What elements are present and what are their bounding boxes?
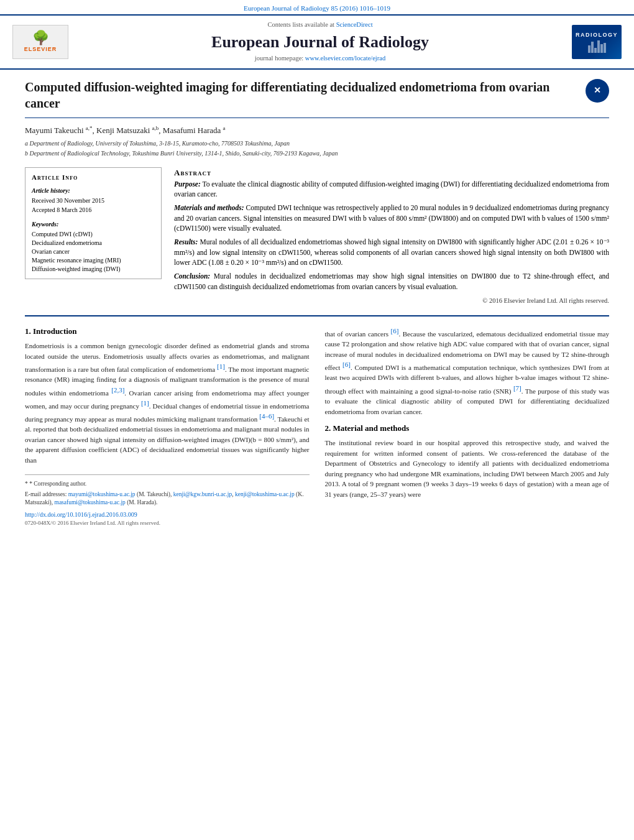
radiology-badge: RADIOLOGY <box>572 25 622 59</box>
page-wrapper: European Journal of Radiology 85 (2016) … <box>0 0 634 537</box>
corresponding-label: * Corresponding author. <box>29 481 86 487</box>
section2-heading: 2. Material and methods <box>325 423 610 434</box>
email2-comma: , <box>232 491 233 497</box>
article-info-box: Article Info Article history: Received 3… <box>25 167 162 279</box>
elsevier-logo-area: 🌳 ELSEVIER <box>6 25 75 59</box>
journal-center-info: Contents lists available at ScienceDirec… <box>75 21 566 63</box>
doi-line: http://dx.doi.org/10.1016/j.ejrad.2016.0… <box>25 510 310 519</box>
purpose-text: To evaluate the clinical diagnostic abil… <box>174 180 609 198</box>
results-label: Results: <box>174 238 198 246</box>
section1-number: 1. <box>25 326 31 336</box>
license-line: 0720-048X/© 2016 Elsevier Ireland Ltd. A… <box>25 519 310 527</box>
body-left-column: 1. Introduction Endometriosis is a commo… <box>25 326 310 527</box>
conclusion-label: Conclusion: <box>174 272 210 280</box>
badge-bar-3 <box>594 48 597 53</box>
radiology-badge-area: RADIOLOGY <box>566 25 628 59</box>
received-text: Received 30 November 2015 <box>32 197 104 204</box>
keyword-5: Diffusion-weighted imaging (DWI) <box>32 265 155 274</box>
section-divider <box>25 315 609 316</box>
history-label: Article history: <box>32 187 155 195</box>
journal-homepage-line: journal homepage: www.elsevier.com/locat… <box>81 54 559 63</box>
abstract-results: Results: Mural nodules of all decidualiz… <box>174 237 609 268</box>
section1-para1: Endometriosis is a common benign gynecol… <box>25 341 310 465</box>
elsevier-tree-icon: 🌳 <box>32 31 49 45</box>
abstract-purpose: Purpose: To evaluate the clinical diagno… <box>174 179 609 200</box>
homepage-url[interactable]: www.elsevier.com/locate/ejrad <box>305 55 385 62</box>
email3-link[interactable]: kenji@tokushima-u.ac.jp <box>235 491 295 497</box>
radiology-badge-title: RADIOLOGY <box>576 31 618 39</box>
badge-graph <box>588 40 606 53</box>
elsevier-logo: 🌳 ELSEVIER <box>12 25 68 59</box>
article-title: Computed diffusion-weighted imaging for … <box>25 79 576 111</box>
crossmark-icon: ✕ <box>594 85 601 97</box>
affiliation-a: a Department of Radiology, University of… <box>25 139 609 148</box>
journal-title: European Journal of Radiology <box>81 32 559 52</box>
affiliation-b: b Department of Radiological Technology,… <box>25 149 609 158</box>
article-content: Computed diffusion-weighted imaging for … <box>0 70 634 537</box>
keyword-2: Decidualized endometrioma <box>32 239 155 247</box>
email1-link[interactable]: mayumi@tokushima-u.ac.jp <box>68 491 136 497</box>
keywords-section: Keywords: Computed DWI (cDWI) Decidualiz… <box>32 220 155 274</box>
badge-bar-6 <box>604 43 606 53</box>
results-text: Mural nodules of all decidualized endome… <box>174 238 609 266</box>
badge-bar-1 <box>588 45 590 53</box>
authors-text: Mayumi Takeuchi a,*, Kenji Matsuzaki a,b… <box>25 126 226 135</box>
body-two-columns: 1. Introduction Endometriosis is a commo… <box>25 326 609 527</box>
doi-link[interactable]: http://dx.doi.org/10.1016/j.ejrad.2016.0… <box>25 511 137 518</box>
body-right-column: that of ovarian cancers [6]. Because the… <box>325 326 610 527</box>
sciencedirect-link[interactable]: ScienceDirect <box>336 21 373 28</box>
purpose-label: Purpose: <box>174 180 201 188</box>
section2-title: Material and methods <box>333 423 410 433</box>
copyright-line: © 2016 Elsevier Ireland Ltd. All rights … <box>174 297 609 306</box>
section1-para2: that of ovarian cancers [6]. Because the… <box>325 326 610 417</box>
journal-citation-text: European Journal of Radiology 85 (2016) … <box>244 4 390 12</box>
keyword-3: Ovarian cancer <box>32 247 155 256</box>
section1-heading: 1. Introduction <box>25 326 310 337</box>
contents-label: Contents lists available at <box>267 21 334 28</box>
section2-para1: The institutional review board in our ho… <box>325 438 610 499</box>
badge-bar-2 <box>591 42 594 53</box>
email4-name: (M. Harada). <box>127 499 157 505</box>
crossmark-badge: ✕ <box>586 79 609 103</box>
article-info-heading: Article Info <box>32 173 78 181</box>
journal-header-bar: 🌳 ELSEVIER Contents lists available at S… <box>0 14 634 70</box>
keyword-4: Magnetic resonance imaging (MRI) <box>32 256 155 265</box>
journal-citation: European Journal of Radiology 85 (2016) … <box>0 0 634 14</box>
abstract-conclusion: Conclusion: Mural nodules in decidualize… <box>174 271 609 292</box>
abstract-heading: Abstract <box>174 168 211 177</box>
authors-line: Mayumi Takeuchi a,*, Kenji Matsuzaki a,b… <box>25 124 609 137</box>
contents-available-line: Contents lists available at ScienceDirec… <box>81 21 559 30</box>
conclusion-text: Mural nodules in decidualized endometrio… <box>174 272 609 290</box>
email1-name: (M. Takeuchi), <box>137 491 172 497</box>
keywords-label: Keywords: <box>32 220 155 229</box>
section2-number: 2. <box>325 423 331 433</box>
methods-label: Materials and methods: <box>174 204 244 211</box>
corresponding-author-note: * * Corresponding author. <box>25 480 310 488</box>
accepted-text: Accepted 8 March 2016 <box>32 206 91 213</box>
email-footnote: E-mail addresses: mayumi@tokushima-u.ac.… <box>25 491 310 507</box>
corresponding-star: * <box>25 481 28 487</box>
email2-link[interactable]: kenji@kgw.bunri-u.ac.jp <box>173 491 232 497</box>
abstract-section: Abstract Purpose: To evaluate the clinic… <box>174 167 609 306</box>
badge-bar-5 <box>600 44 603 53</box>
info-abstract-columns: Article Info Article history: Received 3… <box>25 167 609 306</box>
badge-bar-4 <box>597 40 600 53</box>
keyword-1: Computed DWI (cDWI) <box>32 230 155 239</box>
article-title-section: Computed diffusion-weighted imaging for … <box>25 79 609 118</box>
abstract-methods: Materials and methods: Computed DWI tech… <box>174 203 609 234</box>
article-info-column: Article Info Article history: Received 3… <box>25 167 162 306</box>
homepage-label: journal homepage: <box>255 55 303 62</box>
section1-title: Introduction <box>33 326 77 336</box>
elsevier-text: ELSEVIER <box>24 45 57 53</box>
email4-link[interactable]: masafumi@tokushima-u.ac.jp <box>55 499 126 505</box>
email-label: E-mail addresses: <box>25 491 67 497</box>
footer-section: * * Corresponding author. E-mail address… <box>25 474 310 527</box>
